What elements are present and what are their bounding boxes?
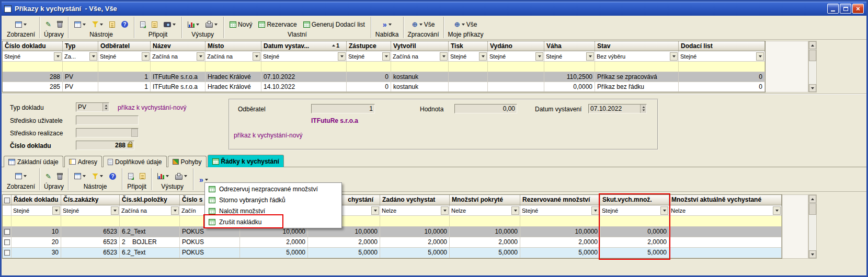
filter-dropdown[interactable]: Začíná na [391,51,449,61]
stredisko-realizace-field[interactable] [76,128,139,137]
cell[interactable] [391,62,449,72]
tab-pohyby[interactable]: Pohyby [168,156,207,167]
novy-button[interactable]: Nový [228,20,254,29]
tab-radky-k-vychystani[interactable]: Řádky k vychystání [208,155,284,167]
vertical-scrollbar[interactable] [808,41,817,93]
filter-dropdown[interactable]: Stejné [520,205,600,215]
filter-button[interactable] [90,172,105,180]
scroll-up-button[interactable] [809,195,816,203]
column-header[interactable]: Dodací list [679,41,765,51]
filter-dropdown[interactable]: Začíná na [205,51,261,61]
filter-dropdown[interactable]: Stejné [3,51,63,61]
filter-dropdown[interactable]: Začíná na [120,205,180,215]
scroll-up-button[interactable] [809,41,816,49]
cell[interactable]: Příkaz se zpracovává [595,72,679,82]
cell[interactable] [3,237,12,247]
cell[interactable]: 6523 [61,227,120,237]
cell[interactable] [3,62,63,72]
scrollbar-thumb[interactable] [809,50,816,61]
zpracovani-filter-button[interactable]: ⊕Vše [410,20,437,29]
cell[interactable]: 1 [98,82,151,91]
menu-item-nalozit[interactable]: Naložit množství [205,205,341,216]
column-header[interactable]: Řádek dokladu [12,195,61,205]
table-row-selected[interactable]: 288PV1ITFutuRe s.r.o.aHradec Králové07.1… [3,72,765,82]
cell[interactable]: 0 [347,72,391,82]
filter-dropdown[interactable]: Stejné [12,205,61,215]
attach-list-button[interactable] [150,20,159,29]
cell[interactable]: 6.2_Text [120,227,180,237]
cell[interactable]: 110,2500 [544,72,595,82]
column-header[interactable]: Množství pokryté [450,195,520,205]
column-header[interactable]: Množství aktuálně vychystané [669,195,782,205]
filter-dropdown[interactable] [3,205,12,215]
cell[interactable]: 1 [98,72,151,82]
attach-photo-button[interactable] [162,21,177,28]
column-header[interactable]: Zadáno vychystat [380,195,450,205]
cell[interactable] [449,62,488,72]
cell[interactable]: Hradec Králové [205,72,261,82]
tab-zakladni-udaje[interactable]: Základní údaje [4,156,63,167]
cell[interactable]: Hradec Králové [205,82,261,91]
hodnota-field[interactable]: 0,00 [454,104,517,113]
scrollbar-thumb[interactable] [809,203,816,215]
rezervace-button[interactable]: Rezervace [257,20,298,29]
cell[interactable] [669,216,782,226]
cell[interactable]: 0 [679,72,765,82]
print-button[interactable] [204,20,219,29]
menu-item-odrezervuj[interactable]: Odrezervuj nezpracované množství [205,183,341,194]
cell[interactable] [600,216,669,226]
cell[interactable] [3,216,12,226]
cell[interactable] [544,62,595,72]
column-header[interactable]: Odběratel [98,41,151,51]
cell[interactable]: 07.10.2022 [261,72,347,82]
scrollbar-track[interactable] [809,203,816,250]
datum-vystaveni-field[interactable]: 07.10.2022 [588,104,647,113]
scroll-down-button[interactable] [809,84,816,92]
cell[interactable]: 2,0000 [600,237,669,247]
cell[interactable]: 0,0000 [600,227,669,237]
cell[interactable] [151,62,205,72]
cell[interactable] [449,72,488,82]
cell[interactable]: 2 BOJLER [120,237,180,247]
minimize-button[interactable] [827,4,839,14]
filter-dropdown[interactable]: Nelze [380,205,450,215]
table-row[interactable]: 285PV1ITFutuRe s.r.o.aHradec Králové14.1… [3,82,765,92]
cell[interactable]: 5,0000 [600,248,669,258]
tools-button[interactable] [108,20,117,29]
attach-list-button[interactable] [138,172,147,180]
cell[interactable]: Příkaz bez řádku [595,82,679,91]
column-header[interactable]: Čís.skl.položky [120,195,180,205]
column-header[interactable]: Číslo dokladu [3,41,63,51]
column-header[interactable] [3,195,12,205]
cell[interactable]: 2,0000 [308,237,380,247]
cell[interactable] [3,227,12,237]
cell[interactable]: 30 [12,248,61,258]
stredisko-uzivatele-field[interactable] [76,116,139,125]
chart-output-button[interactable] [186,20,201,29]
attach-note-button[interactable] [127,172,135,180]
restore-button[interactable] [840,4,851,14]
filter-dropdown[interactable]: Stejné [488,51,544,61]
delete-button[interactable] [56,20,64,29]
cell[interactable]: 5,0000 [450,248,520,258]
filter-dropdown[interactable]: Začíná na [151,51,205,61]
cell[interactable]: 10 [12,227,61,237]
filter-dropdown[interactable]: Nelze [450,205,520,215]
filter-dropdown[interactable]: Stejné [347,51,391,61]
filter-dropdown[interactable]: Za... [63,51,98,61]
cell[interactable] [669,248,782,258]
cell[interactable]: ITFutuRe s.r.o.a [151,82,205,91]
cell[interactable]: 2,0000 [240,237,308,247]
table-row-selected[interactable]: 1065236.2_TextPOKUS10,000010,000010,0000… [3,227,782,237]
table-row[interactable]: 2065232 BOJLERPOKUS2,00002,00002,00002,0… [3,237,782,248]
zobrazeni-button[interactable] [14,172,28,180]
cell[interactable]: PV [63,82,98,91]
close-button[interactable]: × [852,4,864,14]
delete-button[interactable] [56,172,64,181]
cell[interactable]: kostanuk [391,72,449,82]
cell[interactable]: 288 [3,72,63,82]
cell[interactable]: ITFutuRe s.r.o.a [151,72,205,82]
filter-button[interactable] [90,20,105,28]
cell[interactable]: 0 [347,82,391,91]
edit-button[interactable]: ✎ [44,20,53,29]
